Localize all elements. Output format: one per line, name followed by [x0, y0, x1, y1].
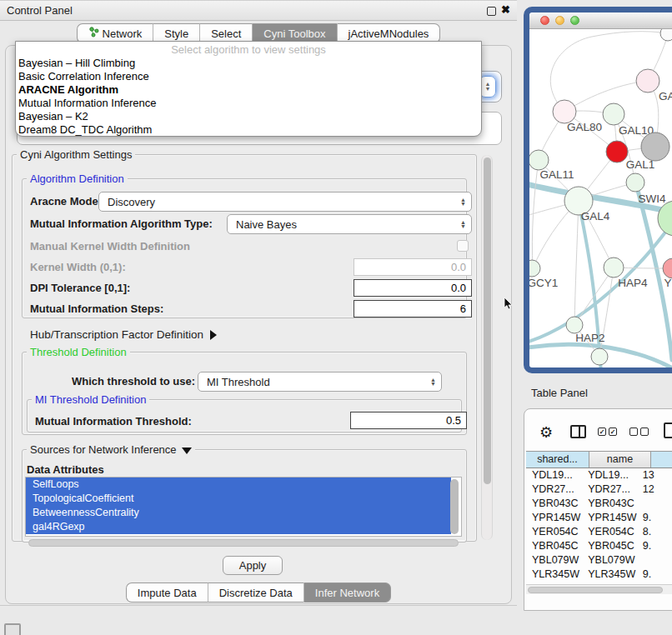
- tab-label: Infer Network: [315, 583, 379, 602]
- table-cell: YBL079W: [582, 553, 636, 568]
- table-cell: YBR045C: [582, 539, 636, 553]
- mi-steps-field[interactable]: 6: [354, 300, 472, 318]
- table-hscrollbar-thumb[interactable]: [528, 587, 663, 593]
- mouse-cursor-icon: [504, 298, 514, 311]
- apply-button[interactable]: Apply: [223, 556, 283, 575]
- mi-algorithm-type-combobox[interactable]: Naive Bayes ▲▼: [227, 214, 472, 234]
- network-node[interactable]: [641, 132, 669, 161]
- minimize-traffic-icon[interactable]: [555, 16, 564, 25]
- network-node-hap2[interactable]: [566, 317, 583, 333]
- collapse-triangle-icon[interactable]: [182, 448, 192, 454]
- zoom-traffic-icon[interactable]: [570, 16, 579, 25]
- unchecked-box-icon[interactable]: [629, 428, 638, 436]
- node-label: GAL4: [581, 210, 610, 222]
- stepper-icon[interactable]: ▲▼: [479, 76, 496, 98]
- table-row[interactable]: YDR27...YDR27...12: [526, 482, 672, 497]
- table-cell: YLR345W: [526, 568, 582, 582]
- list-scrollbar-thumb[interactable]: [450, 479, 459, 534]
- network-edge[interactable]: [574, 268, 614, 325]
- tab-infer-network[interactable]: Infer Network: [303, 582, 391, 602]
- network-node-gal80[interactable]: [553, 100, 576, 123]
- attribute-list-item[interactable]: TopologicalCoefficient: [26, 492, 451, 506]
- aracne-mode-combobox[interactable]: Discovery ▲▼: [98, 192, 472, 212]
- network-node-gcy1[interactable]: [529, 260, 540, 277]
- node-label: HAP4: [618, 277, 648, 289]
- network-node[interactable]: [658, 201, 672, 236]
- column-layout-icon[interactable]: [570, 425, 586, 438]
- table-row[interactable]: YBR043CYBR043C: [526, 497, 672, 511]
- collapsed-panel-grip[interactable]: [4, 623, 21, 635]
- network-node-y[interactable]: [663, 258, 672, 278]
- column-header[interactable]: A: [651, 452, 672, 468]
- mi-threshold-field[interactable]: 0.5: [350, 412, 467, 429]
- algorithm-option[interactable]: Bayesian – K2: [16, 110, 481, 123]
- network-node-gal1[interactable]: [606, 141, 628, 162]
- manual-kernel-checkbox[interactable]: [457, 240, 469, 252]
- settings-scrollbar-thumb[interactable]: [484, 158, 491, 484]
- table-cell: 8.: [637, 525, 672, 539]
- algorithm-option[interactable]: Dream8 DC_TDC Algorithm: [16, 123, 481, 137]
- table-row[interactable]: YPR145WYPR145W9.: [526, 511, 672, 525]
- checked-box-icon[interactable]: ✓: [609, 428, 617, 436]
- stepper-icon[interactable]: ▲▼: [458, 198, 471, 206]
- algorithm-option[interactable]: Bayesian – Hill Climbing: [16, 57, 481, 70]
- network-node-hap4[interactable]: [604, 258, 624, 278]
- network-node-gal11[interactable]: [529, 150, 549, 170]
- network-node[interactable]: [591, 348, 608, 365]
- table-cell: 9.: [637, 539, 672, 553]
- attribute-list-item[interactable]: BetweennessCentrality: [26, 506, 451, 520]
- table-cell: YBR043C: [582, 497, 636, 511]
- network-node[interactable]: [660, 29, 672, 41]
- table-panel-window: ⚙ ✓ ✓ shared...nameA YDL19...YDL19...13Y…: [524, 408, 672, 611]
- table-cell: YDR27...: [582, 482, 636, 497]
- sources-group-title[interactable]: Sources for Network Inference: [27, 443, 195, 456]
- column-header[interactable]: name: [589, 452, 651, 468]
- tab-discretize-data[interactable]: Discretize Data: [208, 582, 303, 602]
- kernel-width-field[interactable]: 0.0: [354, 258, 472, 276]
- document-icon[interactable]: [664, 422, 672, 438]
- stepper-icon[interactable]: ▲▼: [458, 220, 471, 228]
- bottom-tabs: Impute DataDiscretize DataInfer Network: [0, 582, 517, 602]
- network-node-gal[interactable]: [636, 69, 659, 92]
- network-node-gal10[interactable]: [603, 103, 624, 125]
- data-attributes-list[interactable]: SelfLoopsTopologicalCoefficientBetweenne…: [25, 477, 462, 537]
- algorithm-option[interactable]: ARACNE Algorithm: [16, 83, 481, 97]
- control-panel-title: Control Panel: [7, 4, 73, 17]
- table-row[interactable]: YBR045CYBR045C9.: [526, 539, 672, 553]
- which-threshold-combobox[interactable]: MI Threshold ▲▼: [198, 372, 442, 392]
- unchecked-box-icon[interactable]: [640, 428, 649, 436]
- expand-triangle-icon[interactable]: [210, 330, 217, 340]
- table-row[interactable]: YER054CYER054C8.: [526, 525, 672, 539]
- table-cell: YDL19...: [582, 468, 636, 482]
- node-label: Y: [664, 277, 671, 289]
- network-edge[interactable]: [574, 201, 579, 325]
- float-window-icon[interactable]: [487, 7, 496, 16]
- checked-box-icon[interactable]: ✓: [598, 428, 606, 436]
- network-graph-canvas[interactable]: GALGAL80GAL10GAL1GAL11SWI4GAL4GCY1HAP4YH…: [529, 29, 672, 368]
- close-traffic-icon[interactable]: [540, 16, 549, 25]
- table-cell: YLR345W: [582, 568, 636, 582]
- list-hscrollbar-thumb[interactable]: [28, 539, 459, 547]
- tab-label: Discretize Data: [219, 583, 293, 602]
- table-row[interactable]: YDL19...YDL19...13: [526, 468, 672, 482]
- table-cell: YBR043C: [526, 497, 582, 511]
- table-cell: 13: [637, 468, 672, 482]
- dpi-tolerance-field[interactable]: 0.0: [354, 279, 472, 297]
- settings-scrollbar-track[interactable]: [481, 155, 493, 540]
- tab-impute-data[interactable]: Impute Data: [126, 582, 208, 602]
- gear-icon[interactable]: ⚙: [539, 423, 553, 442]
- algorithm-option[interactable]: Mutual Information Inference: [16, 97, 481, 110]
- table-cell: 9.: [637, 511, 672, 525]
- attribute-list-item[interactable]: gal4RGexp: [26, 520, 451, 534]
- stepper-icon[interactable]: ▲▼: [428, 378, 441, 386]
- algorithm-option[interactable]: Basic Correlation Inference: [16, 70, 481, 83]
- table-row[interactable]: YLR345WYLR345W9.: [526, 568, 672, 582]
- column-header[interactable]: shared...: [526, 452, 589, 468]
- table-row[interactable]: YBL079WYBL079W: [526, 553, 672, 568]
- network-node-swi4[interactable]: [626, 173, 644, 192]
- table-cell: YER054C: [526, 525, 582, 539]
- attribute-list-item[interactable]: SelfLoops: [26, 478, 451, 492]
- close-icon[interactable]: ✖: [501, 3, 510, 16]
- hub-section-label[interactable]: Hub/Transcription Factor Definition: [30, 328, 217, 341]
- table-hscrollbar-track[interactable]: [526, 584, 672, 594]
